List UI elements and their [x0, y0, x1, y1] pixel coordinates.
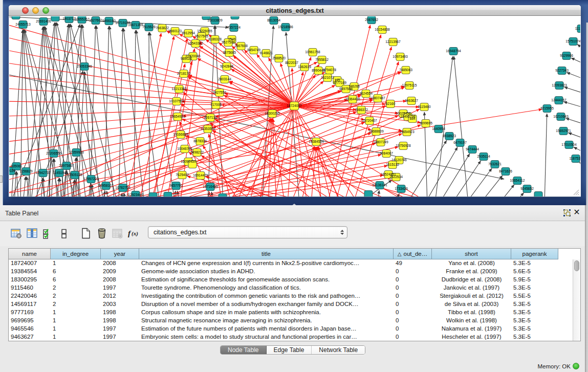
float-window-icon[interactable]: [563, 209, 571, 217]
graph-edge[interactable]: [294, 72, 303, 106]
graph-edge[interactable]: [514, 193, 524, 196]
graph-node[interactable]: [534, 192, 542, 197]
graph-node[interactable]: [164, 192, 172, 197]
graph-edge[interactable]: [139, 36, 174, 196]
graph-edge[interactable]: [568, 133, 580, 138]
graph-edge[interactable]: [149, 32, 149, 196]
graph-edge[interactable]: [574, 147, 580, 152]
table-cell: 9777169: [9, 309, 51, 317]
create-column-icon[interactable]: [80, 227, 92, 239]
graph-edge[interactable]: [567, 73, 580, 79]
table-row[interactable]: 977716911998Corpus callosum shape and si…: [9, 309, 580, 317]
graph-node-label: 16543382: [188, 41, 203, 45]
delete-column-icon[interactable]: [96, 227, 107, 239]
table-mode-icon[interactable]: [10, 227, 22, 239]
graph-node-label: 2522534: [389, 175, 403, 179]
column-header-title[interactable]: title: [139, 249, 394, 259]
table-cell: 5.3E-5: [511, 325, 558, 333]
graph-edge[interactable]: [23, 177, 26, 196]
graph-node[interactable]: [231, 16, 239, 19]
delete-table-icon[interactable]: [112, 227, 123, 239]
graph-edge[interactable]: [200, 178, 391, 196]
graph-edge[interactable]: [439, 154, 470, 196]
column-header-year[interactable]: year: [101, 249, 139, 259]
column-header-out-de-[interactable]: △out_de…: [394, 249, 432, 259]
tab-edge-table[interactable]: Edge Table: [267, 346, 312, 355]
table-row[interactable]: 946362711997Embryonic stem cells: a mode…: [9, 333, 580, 341]
graph-node-label: 7632621: [488, 162, 502, 166]
table-cell: 0: [394, 333, 432, 341]
table-row[interactable]: 1456911722003Disruption of a novel membe…: [9, 300, 580, 309]
graph-edge[interactable]: [136, 30, 160, 196]
table-row[interactable]: 1872400712008Changes of HCN gene express…: [9, 259, 580, 268]
graph-edge[interactable]: [499, 185, 514, 196]
graph-edge[interactable]: [106, 191, 108, 196]
graph-edge[interactable]: [579, 162, 580, 166]
graph-node-label: 19384554: [309, 140, 324, 143]
table-selector-dropdown[interactable]: citations_edges.txt: [148, 226, 347, 238]
graph-edge[interactable]: [545, 114, 547, 196]
table-row[interactable]: 1830029562008Estimation of significance …: [9, 276, 580, 284]
graph-edge[interactable]: [134, 30, 136, 196]
graph-node-label: 6497568: [339, 87, 353, 91]
select-all-icon[interactable]: [42, 227, 54, 239]
network-graph[interactable]: 2405571320691406190371710655267152760264…: [9, 16, 580, 196]
graph-node[interactable]: [149, 193, 157, 197]
table-cell: 5.3E-5: [511, 284, 558, 292]
graph-edge[interactable]: [564, 87, 580, 93]
function-builder-icon[interactable]: f(x): [127, 227, 139, 239]
scrollbar-thumb[interactable]: [574, 260, 579, 271]
panel-collapse-handle[interactable]: [0, 176, 3, 183]
graph-node[interactable]: [364, 191, 373, 197]
graph-node-label: 20364436: [345, 97, 360, 101]
column-visibility-icon[interactable]: [26, 227, 38, 239]
table-vertical-scrollbar[interactable]: [573, 259, 580, 341]
table-cell: 2: [51, 292, 101, 300]
tab-node-table[interactable]: Node Table: [221, 346, 267, 355]
graph-edge[interactable]: [60, 178, 61, 196]
graph-edge[interactable]: [229, 81, 294, 106]
graph-node-label: 1903717: [62, 17, 76, 20]
graph-edge[interactable]: [9, 63, 294, 106]
table-panel-header: Table Panel ✕: [0, 205, 588, 221]
graph-edge[interactable]: [466, 168, 492, 196]
table-cell: Hescheler et al. (1997): [432, 333, 511, 341]
graph-edge[interactable]: [121, 193, 122, 196]
column-header-short[interactable]: short: [432, 249, 511, 259]
graph-edge[interactable]: [480, 176, 503, 196]
graph-node[interactable]: [12, 16, 20, 19]
tab-network-table[interactable]: Network Table: [312, 346, 365, 355]
graph-edge[interactable]: [577, 45, 580, 49]
stepper-down-icon: [340, 233, 344, 235]
graph-edge[interactable]: [294, 106, 322, 196]
table-cell: 9463627: [9, 333, 51, 341]
graph-node[interactable]: [51, 16, 59, 21]
graph-edge[interactable]: [564, 102, 580, 107]
graph-edge[interactable]: [566, 118, 580, 124]
column-header-name[interactable]: name: [9, 249, 51, 259]
network-canvas[interactable]: 2405571320691406190371710655267152760264…: [9, 16, 580, 196]
table-row[interactable]: 911546021997Tourette syndrome. Phenomeno…: [9, 284, 580, 292]
resize-grip-icon[interactable]: [573, 189, 579, 195]
clear-selection-icon[interactable]: [58, 227, 70, 239]
table-cell: Stergiakouli et al. (2012): [432, 292, 511, 300]
table-row[interactable]: 1938455462009Genome-wide association stu…: [9, 268, 580, 276]
graph-edge[interactable]: [294, 106, 342, 196]
graph-node-label: 10688609: [368, 129, 384, 133]
window-titlebar[interactable]: citations_edges.txt: [9, 5, 581, 16]
column-header-in-degree[interactable]: in_degree: [51, 249, 101, 259]
table-row[interactable]: 969969511998Structural magnetic resonanc…: [9, 317, 580, 325]
column-header-pagerank[interactable]: pagerank: [511, 249, 558, 259]
graph-node-label: 7485063: [399, 68, 412, 72]
graph-edge[interactable]: [452, 161, 481, 196]
close-icon[interactable]: ✕: [573, 208, 581, 216]
graph-edge[interactable]: [123, 28, 144, 196]
table-cell: 5.3E-5: [511, 309, 558, 317]
graph-edge[interactable]: [571, 58, 580, 63]
graph-edge[interactable]: [124, 193, 126, 196]
graph-edge[interactable]: [294, 106, 419, 107]
table-row[interactable]: 946554611997Estimation of the future num…: [9, 325, 580, 333]
table-row[interactable]: 2242004622012Investigating the contribut…: [9, 292, 580, 300]
table-cell: 6: [51, 276, 101, 284]
table-cell: 5.3E-5: [511, 259, 558, 268]
